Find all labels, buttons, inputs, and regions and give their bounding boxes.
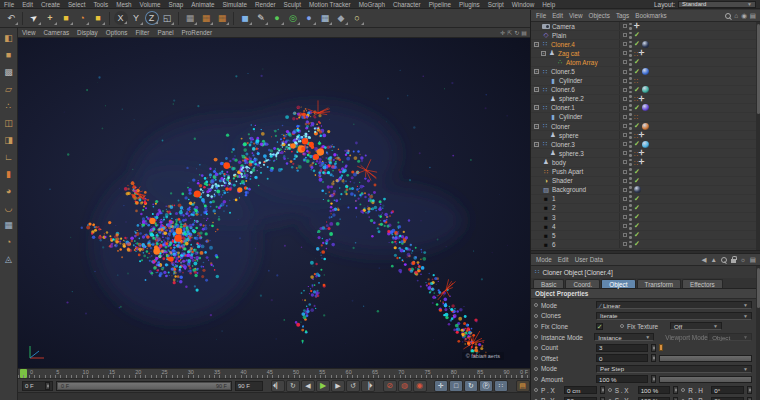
anim-dot-icon[interactable] bbox=[534, 324, 538, 328]
om-panel-icon[interactable]: ▤ bbox=[750, 12, 756, 20]
om-menu-objects[interactable]: Objects bbox=[586, 12, 613, 19]
om-menu-tags[interactable]: Tags bbox=[613, 12, 632, 19]
crosshair-tag-icon[interactable]: ✛ bbox=[639, 158, 645, 166]
om-menu-view[interactable]: View bbox=[566, 12, 586, 19]
om-search-icon[interactable] bbox=[725, 13, 731, 19]
enable-check-icon[interactable]: ✓ bbox=[634, 122, 640, 130]
points-mode-icon[interactable]: ∴ bbox=[1, 98, 16, 113]
viewport-menu-filter[interactable]: Filter bbox=[131, 29, 153, 36]
layer-box-icon[interactable] bbox=[623, 97, 627, 101]
layer-box-icon[interactable] bbox=[623, 224, 627, 228]
motion-system-button[interactable]: ▤ bbox=[516, 380, 530, 392]
visibility-dots-icon[interactable] bbox=[629, 204, 632, 211]
vp-toggle-icon[interactable]: ▤ bbox=[521, 29, 527, 36]
menu-animate[interactable]: Animate bbox=[187, 1, 218, 8]
offset-stepper[interactable] bbox=[651, 354, 656, 362]
convert-object-icon[interactable]: ◧ bbox=[1, 30, 16, 45]
layer-box-icon[interactable] bbox=[623, 151, 627, 155]
polygons-mode-icon[interactable]: ◨ bbox=[1, 132, 16, 147]
enable-check-icon[interactable]: ✓ bbox=[634, 222, 640, 230]
menu-plugins[interactable]: Plugins bbox=[455, 1, 484, 8]
enable-check-icon[interactable]: ✓ bbox=[634, 168, 640, 176]
crosshair-tag-icon[interactable]: ✛ bbox=[639, 49, 645, 57]
count-stepper[interactable] bbox=[651, 344, 656, 352]
object-row[interactable]: ▨Background bbox=[531, 186, 760, 195]
enable-check-icon[interactable]: ✓ bbox=[634, 58, 640, 66]
visibility-dots-icon[interactable] bbox=[629, 50, 632, 57]
undo-icon[interactable]: ↶ bbox=[4, 11, 19, 26]
crosshair-tag-icon[interactable]: ✛ bbox=[639, 95, 645, 103]
deformers-icon[interactable]: ● bbox=[302, 11, 317, 26]
visibility-dots-icon[interactable] bbox=[629, 113, 632, 120]
instance-mode-select[interactable]: Instance ▼ bbox=[594, 333, 654, 341]
offset-field[interactable]: 0 bbox=[596, 354, 648, 362]
anim-dot-icon[interactable] bbox=[534, 388, 538, 392]
am-back-icon[interactable]: ◀ bbox=[701, 256, 706, 264]
viewport-menu-prorender[interactable]: ProRender bbox=[178, 29, 216, 36]
visibility-dots-icon[interactable] bbox=[629, 23, 632, 30]
p-stepper[interactable] bbox=[600, 386, 605, 394]
edges-mode-icon[interactable]: ◫ bbox=[1, 115, 16, 130]
visibility-dots-icon[interactable] bbox=[629, 177, 632, 184]
layer-box-icon[interactable] bbox=[623, 206, 627, 210]
crosshair-tag-icon[interactable]: ✛ bbox=[639, 131, 645, 139]
menu-motion-tracker[interactable]: Motion Tracker bbox=[305, 1, 355, 8]
material-tag-icon[interactable] bbox=[634, 186, 641, 193]
vp-rotate-icon[interactable]: ↻ bbox=[514, 29, 519, 36]
menu-window[interactable]: Window bbox=[508, 1, 538, 8]
visibility-dots-icon[interactable] bbox=[629, 232, 632, 239]
primitive-cube-icon[interactable]: ◼ bbox=[238, 11, 253, 26]
object-row[interactable]: -∷Cloner.3✓ bbox=[531, 140, 760, 149]
object-row[interactable]: ▮Cylinder∷ bbox=[531, 113, 760, 122]
keyframe-box[interactable] bbox=[659, 344, 663, 351]
visibility-dots-icon[interactable] bbox=[629, 223, 632, 230]
tube-tool-icon[interactable]: ◡ bbox=[1, 200, 16, 215]
visibility-dots-icon[interactable] bbox=[629, 86, 632, 93]
preview-range-slider[interactable]: 0 F 90 F bbox=[56, 381, 232, 391]
anim-dot-icon[interactable] bbox=[534, 303, 538, 307]
object-manager-tree[interactable]: Camera✛◇Plain✓-∷Cloner.4✓-♟Zag cat∷✛∴Ato… bbox=[531, 22, 760, 250]
tree-expander-icon[interactable]: - bbox=[534, 42, 539, 47]
move-tool-icon[interactable]: + bbox=[43, 11, 58, 26]
object-row[interactable]: -∷Cloner.6✓ bbox=[531, 86, 760, 95]
om-home-icon[interactable]: ⌂ bbox=[734, 12, 738, 19]
enable-check-icon[interactable]: ✓ bbox=[634, 213, 640, 221]
menu-select[interactable]: Select bbox=[64, 1, 90, 8]
viewport-canvas[interactable] bbox=[18, 38, 530, 368]
tab-transform[interactable]: Transform bbox=[637, 279, 681, 288]
play-forward-button[interactable]: ▶ bbox=[316, 380, 330, 392]
selection-tag-icon[interactable]: ∷ bbox=[634, 95, 637, 102]
workplane-mode-icon[interactable]: ▱ bbox=[1, 81, 16, 96]
menu-simulate[interactable]: Simulate bbox=[218, 1, 251, 8]
object-row[interactable]: -∷Cloner✓ bbox=[531, 122, 760, 131]
pen-spline-icon[interactable]: ✎ bbox=[254, 11, 269, 26]
axis-mode-icon[interactable]: ∟ bbox=[1, 149, 16, 164]
enable-check-icon[interactable]: ✓ bbox=[634, 204, 640, 212]
material-tag-icon[interactable] bbox=[642, 123, 649, 130]
om-filter-icon[interactable]: ◉ bbox=[741, 12, 747, 20]
am-panel-icon[interactable]: ▤ bbox=[750, 256, 756, 264]
material-tag-icon[interactable] bbox=[642, 41, 649, 48]
last-tool-icon[interactable]: ■ bbox=[91, 11, 106, 26]
object-row[interactable]: ■2✓ bbox=[531, 204, 760, 213]
timeline-ruler[interactable]: 051015202530354045505560657075808590 0 F bbox=[18, 368, 530, 378]
enable-check-icon[interactable]: ✓ bbox=[634, 40, 640, 48]
menu-edit[interactable]: Edit bbox=[18, 1, 37, 8]
menu-file[interactable]: File bbox=[0, 1, 18, 8]
layer-box-icon[interactable] bbox=[623, 197, 627, 201]
layer-box-icon[interactable] bbox=[623, 79, 627, 83]
visibility-dots-icon[interactable] bbox=[629, 241, 632, 248]
scale-tool-icon[interactable]: ■ bbox=[59, 11, 74, 26]
visibility-dots-icon[interactable] bbox=[629, 186, 632, 193]
menu-sculpt[interactable]: Sculpt bbox=[280, 1, 306, 8]
menu-snap[interactable]: Snap bbox=[165, 1, 188, 8]
tree-expander-icon[interactable]: - bbox=[534, 87, 539, 92]
amount-field[interactable]: 100 % bbox=[596, 375, 648, 383]
layer-box-icon[interactable] bbox=[623, 70, 627, 74]
visibility-dots-icon[interactable] bbox=[629, 68, 632, 75]
viewport-menu-view[interactable]: View bbox=[18, 29, 40, 36]
am-menu-mode[interactable]: Mode bbox=[533, 256, 555, 263]
object-row[interactable]: ▮Cylinder∷ bbox=[531, 77, 760, 86]
menu-help[interactable]: Help bbox=[538, 1, 559, 8]
tree-expander-icon[interactable]: - bbox=[534, 105, 539, 110]
